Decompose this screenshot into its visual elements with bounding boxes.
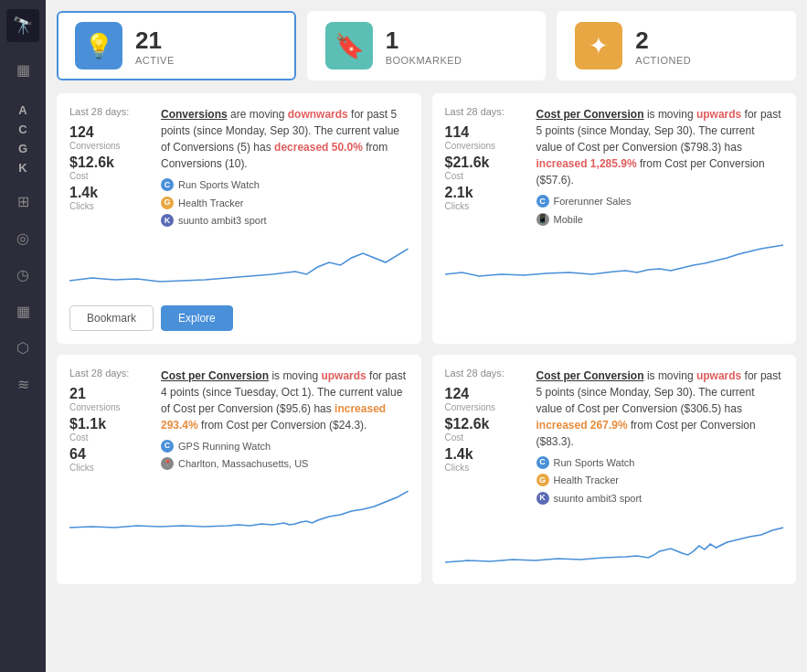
stat-conversions-3: 21 Conversions [69, 386, 152, 412]
insight-stats-3: Last 28 days: 21 Conversions $1.1k Cost … [69, 368, 152, 473]
campaign-item-3-2: 📍 Charlton, Massachusetts, US [161, 456, 409, 472]
insight-text-4: Cost per Conversion is moving upwards fo… [536, 368, 784, 507]
stat-cost-3: $1.1k Cost [69, 416, 152, 443]
stat-value-clicks-3: 64 [69, 446, 152, 463]
insight-change-2: increased 1,285.9% [536, 157, 637, 170]
insight-stats-2: Last 28 days: 114 Conversions $21.6k Cos… [445, 106, 527, 227]
insight-direction-4: upwards [696, 369, 741, 382]
stat-value-cost-1: $12.6k [69, 155, 152, 171]
stat-label-clicks-3: Clicks [69, 463, 152, 473]
table-icon[interactable]: ⊞ [8, 187, 37, 216]
stat-conversions-2: 114 Conversions [445, 124, 527, 151]
chart-icon[interactable]: ▦ [8, 296, 37, 325]
stat-label-clicks-2: Clicks [445, 201, 527, 211]
campaign-dot-2-1: C [536, 195, 549, 208]
insight-text-2: Cost per Conversion is moving upwards fo… [536, 106, 784, 227]
bookmarked-count: 1 [386, 27, 462, 55]
map-icon[interactable]: ◎ [8, 223, 37, 252]
sidebar: 🔭 ▦ A C G K ⊞ ◎ ◷ ▦ ⬡ ≋ [0, 0, 46, 672]
stat-conversions-4: 124 Conversions [445, 386, 527, 412]
campaign-list-1: C Run Sports Watch G Health Tracker K su… [161, 177, 409, 229]
campaign-dot-4-3: K [536, 492, 549, 505]
insight-top-1: Last 28 days: 124 Conversions $12.6k Cos… [69, 106, 409, 229]
insight-card-3: Last 28 days: 21 Conversions $1.1k Cost … [57, 355, 421, 585]
letter-c: C [18, 123, 27, 136]
stat-label-clicks-1: Clicks [69, 201, 152, 211]
stat-clicks-4: 1.4k Clicks [445, 446, 527, 473]
campaign-item-2-2: 📱 Mobile [536, 212, 784, 228]
campaign-dot-4-2: G [536, 474, 549, 486]
filter-icon[interactable]: ▦ [8, 55, 37, 84]
clock-icon[interactable]: ◷ [8, 260, 37, 289]
last-days-2: Last 28 days: [445, 106, 527, 117]
campaign-name-4-1: Run Sports Watch [554, 455, 635, 471]
insight-direction-2: upwards [696, 108, 741, 121]
letter-a: A [18, 103, 27, 117]
chart-3 [69, 484, 409, 539]
bookmarked-info: 1 Bookmarked [386, 27, 462, 66]
stat-value-clicks-4: 1.4k [445, 446, 527, 463]
stat-clicks-1: 1.4k Clicks [69, 185, 152, 211]
insight-card-4: Last 28 days: 124 Conversions $12.6k Cos… [432, 355, 797, 585]
campaign-name-3-2: Charlton, Massachusetts, US [178, 456, 308, 472]
insight-direction-3: upwards [321, 369, 366, 382]
active-card[interactable]: 💡 21 Active [57, 11, 296, 80]
campaign-name-2-1: Forerunner Sales [554, 194, 632, 209]
insight-top-4: Last 28 days: 124 Conversions $12.6k Cos… [445, 368, 784, 507]
insight-top-3: Last 28 days: 21 Conversions $1.1k Cost … [69, 368, 409, 473]
stat-conversions-1: 124 Conversions [69, 124, 152, 151]
actioned-card[interactable]: ✦ 2 Actioned [557, 11, 796, 80]
stat-value-conv-3: 21 [69, 386, 152, 402]
campaign-list-4: C Run Sports Watch G Health Tracker K su… [536, 455, 784, 507]
campaign-item-4-3: K suunto ambit3 sport [536, 491, 784, 507]
stat-label-conv-1: Conversions [69, 141, 152, 151]
campaign-item-1-1: C Run Sports Watch [161, 177, 409, 193]
insight-title-4: Cost per Conversion [536, 369, 644, 382]
campaign-dot-1-1: C [161, 178, 174, 191]
campaign-name-1-3: suunto ambit3 sport [178, 213, 267, 229]
trophy-icon[interactable]: ⬡ [8, 333, 37, 362]
stat-label-clicks-4: Clicks [445, 463, 527, 473]
campaign-item-4-1: C Run Sports Watch [536, 455, 784, 471]
explore-button-1[interactable]: Explore [161, 305, 233, 331]
insight-title-3: Cost per Conversion [161, 369, 269, 382]
stat-label-cost-1: Cost [69, 171, 152, 181]
sidebar-logo: 🔭 [6, 9, 39, 42]
stat-label-conv-2: Conversions [445, 141, 527, 151]
bookmark-button-1[interactable]: Bookmark [69, 305, 154, 331]
stat-value-conv-1: 124 [69, 124, 152, 141]
main-content: 💡 21 Active 🔖 1 Bookmarked ✦ 2 Actioned [46, 0, 807, 672]
last-days-4: Last 28 days: [445, 368, 527, 379]
campaign-item-1-2: G Health Tracker [161, 196, 409, 211]
insight-desc-2a: is moving [647, 108, 696, 121]
actioned-count: 2 [635, 27, 691, 55]
campaign-name-4-3: suunto ambit3 sport [554, 491, 642, 507]
insight-stats-4: Last 28 days: 124 Conversions $12.6k Cos… [445, 368, 527, 507]
stat-value-cost-2: $21.6k [445, 155, 527, 171]
stat-label-cost-3: Cost [69, 432, 152, 443]
campaign-name-1-1: Run Sports Watch [178, 177, 260, 193]
bookmarked-card[interactable]: 🔖 1 Bookmarked [307, 11, 547, 80]
letter-g: G [18, 142, 27, 155]
campaign-name-4-2: Health Tracker [554, 473, 620, 488]
stat-label-conv-4: Conversions [445, 402, 527, 412]
campaign-dot-1-3: K [161, 214, 174, 227]
chart-4 [445, 517, 784, 571]
stat-value-cost-3: $1.1k [69, 416, 152, 432]
chart-1 [69, 240, 409, 294]
stat-label-cost-4: Cost [445, 432, 527, 443]
letter-k: K [18, 161, 27, 175]
stat-value-cost-4: $12.6k [445, 416, 527, 432]
wifi-icon[interactable]: ≋ [8, 369, 37, 399]
stat-label-conv-3: Conversions [69, 402, 152, 412]
campaign-name-2-2: Mobile [554, 212, 583, 228]
actioned-info: 2 Actioned [635, 27, 691, 66]
stat-value-clicks-2: 2.1k [445, 185, 527, 201]
insight-change-4: increased 267.9% [536, 419, 628, 432]
stat-cost-2: $21.6k Cost [445, 155, 527, 181]
campaign-list-2: C Forerunner Sales 📱 Mobile [536, 194, 784, 227]
insight-text-1: Conversions are moving downwards for pas… [161, 106, 409, 229]
active-info: 21 Active [135, 27, 175, 66]
insight-title-2: Cost per Conversion [536, 108, 644, 121]
stat-clicks-2: 2.1k Clicks [445, 185, 527, 211]
